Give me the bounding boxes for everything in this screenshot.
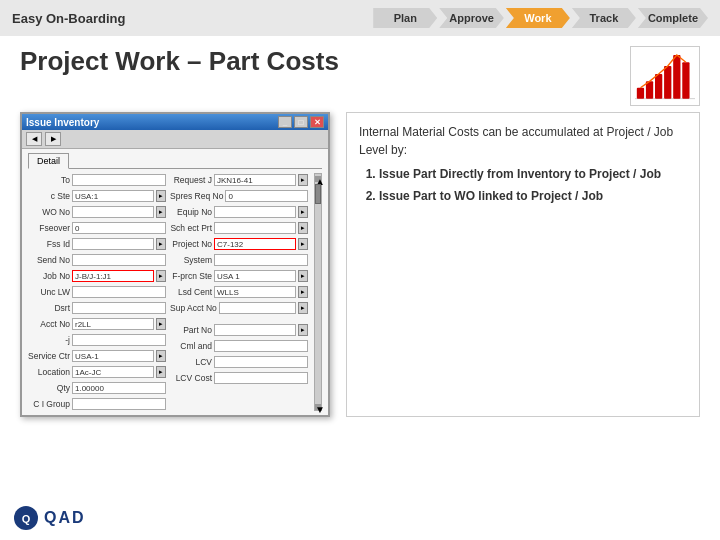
footer: Q QAD (12, 504, 86, 532)
dialog-tab-detail[interactable]: Detail (28, 153, 69, 169)
label-qty: Qty (28, 383, 70, 393)
input-servicectr[interactable] (72, 350, 154, 362)
lookup-requestj[interactable]: ▸ (298, 174, 308, 186)
lookup-location[interactable]: ▸ (156, 366, 166, 378)
lookup-schectprt[interactable]: ▸ (298, 222, 308, 234)
input-location[interactable] (72, 366, 154, 378)
form-row-lsdcent: Lsd Cent ▸ (170, 285, 308, 299)
dialog-close-button[interactable]: ✕ (310, 116, 324, 128)
lookup-servicectr[interactable]: ▸ (156, 350, 166, 362)
input-supacctno[interactable] (219, 302, 296, 314)
page-title-area: Project Work – Part Costs (0, 36, 720, 112)
form-row-fprcnste: F-prcn Ste ▸ (170, 269, 308, 283)
dialog-window: Issue Inventory _ □ ✕ ◀ ▶ Detail To (20, 112, 330, 417)
input-lsdcent[interactable] (214, 286, 296, 298)
form-row-jobno: Job No ▸ (28, 269, 166, 283)
info-item-2: Issue Part to WO linked to Project / Job (379, 187, 687, 205)
toolbar-button-1[interactable]: ◀ (26, 132, 42, 146)
toolbar-button-2[interactable]: ▶ (45, 132, 61, 146)
lookup-cste[interactable]: ▸ (156, 190, 166, 202)
form-row-lcv: LCV (170, 355, 308, 369)
info-intro: Internal Material Costs can be accumulat… (359, 123, 687, 159)
input-dsrt[interactable] (72, 302, 166, 314)
input-qty[interactable] (72, 382, 166, 394)
input-fssid[interactable] (72, 238, 154, 250)
lookup-wono[interactable]: ▸ (156, 206, 166, 218)
input-cmland[interactable] (214, 340, 308, 352)
lookup-acctno[interactable]: ▸ (156, 318, 166, 330)
lookup-fprcnste[interactable]: ▸ (298, 270, 308, 282)
step-work[interactable]: Work (506, 8, 570, 28)
input-wono[interactable] (72, 206, 154, 218)
label-fssid: Fss Id (28, 239, 70, 249)
label-servicectr: Service Ctr (28, 351, 70, 361)
form-row-cigroup: C I Group (28, 397, 166, 411)
dialog-maximize-button[interactable]: □ (294, 116, 308, 128)
scroll-up-arrow[interactable]: ▲ (315, 176, 321, 182)
input-equipno[interactable] (214, 206, 296, 218)
input-lcvcost[interactable] (214, 372, 308, 384)
form-row-partno: Part No ▸ (170, 323, 308, 337)
input-to[interactable] (72, 174, 166, 186)
label-lcvcost: LCV Cost (170, 373, 212, 383)
label-cigroup: C I Group (28, 399, 70, 409)
lookup-fssid[interactable]: ▸ (156, 238, 166, 250)
label-fseover: Fseover (28, 223, 70, 233)
lookup-equipno[interactable]: ▸ (298, 206, 308, 218)
input-unclw[interactable] (72, 286, 166, 298)
label-wono: WO No (28, 207, 70, 217)
lookup-lsdcent[interactable]: ▸ (298, 286, 308, 298)
input-j[interactable] (72, 334, 166, 346)
input-sendno[interactable] (72, 254, 166, 266)
step-complete[interactable]: Complete (638, 8, 708, 28)
form-row-cmland: Cml and (170, 339, 308, 353)
input-cigroup[interactable] (72, 398, 166, 410)
scroll-down-arrow[interactable]: ▼ (315, 404, 321, 410)
svg-rect-6 (682, 62, 689, 98)
main-content: Issue Inventory _ □ ✕ ◀ ▶ Detail To (0, 112, 720, 417)
input-fprcnste[interactable] (214, 270, 296, 282)
input-requestj[interactable] (214, 174, 296, 186)
label-requestj: Request J (170, 175, 212, 185)
dialog-body: Detail To c Ste ▸ WO No (22, 149, 328, 415)
label-j: -j (28, 335, 70, 345)
scrollbar-thumb[interactable] (315, 184, 321, 204)
form-row-qty: Qty (28, 381, 166, 395)
lookup-partno[interactable]: ▸ (298, 324, 308, 336)
pipeline: Plan Approve Work Track Complete (373, 8, 708, 28)
label-cmland: Cml and (170, 341, 212, 351)
svg-rect-4 (664, 66, 671, 99)
form-row-equipno: Equip No ▸ (170, 205, 308, 219)
lookup-projectno[interactable]: ▸ (298, 238, 308, 250)
input-lcv[interactable] (214, 356, 308, 368)
step-track[interactable]: Track (572, 8, 636, 28)
input-spresreqno[interactable] (225, 190, 308, 202)
step-plan[interactable]: Plan (373, 8, 437, 28)
dialog-tabs: Detail (28, 153, 322, 169)
input-acctno[interactable] (72, 318, 154, 330)
form-row-spresreqno: Spres Req No (170, 189, 308, 203)
form-row-supacctno: Sup Acct No ▸ (170, 301, 308, 315)
label-partno: Part No (170, 325, 212, 335)
svg-text:Q: Q (22, 513, 31, 525)
input-partno[interactable] (214, 324, 296, 336)
input-jobno[interactable] (72, 270, 154, 282)
label-schectprt: Sch ect Prt (170, 223, 212, 233)
form-row-j: -j (28, 333, 166, 347)
input-projectno[interactable] (214, 238, 296, 250)
input-cste[interactable] (72, 190, 154, 202)
step-approve[interactable]: Approve (439, 8, 504, 28)
info-list: Issue Part Directly from Inventory to Pr… (359, 165, 687, 205)
app-title: Easy On-Boarding (12, 11, 373, 26)
input-system[interactable] (214, 254, 308, 266)
svg-rect-5 (673, 55, 680, 99)
input-schectprt[interactable] (214, 222, 296, 234)
vertical-scrollbar[interactable]: ▲ ▼ (314, 173, 322, 411)
lookup-jobno[interactable]: ▸ (156, 270, 166, 282)
form-row-fseover: Fseover (28, 221, 166, 235)
lookup-supacctno[interactable]: ▸ (298, 302, 308, 314)
info-box: Internal Material Costs can be accumulat… (346, 112, 700, 417)
svg-rect-3 (655, 74, 662, 99)
dialog-minimize-button[interactable]: _ (278, 116, 292, 128)
input-fseover[interactable] (72, 222, 166, 234)
